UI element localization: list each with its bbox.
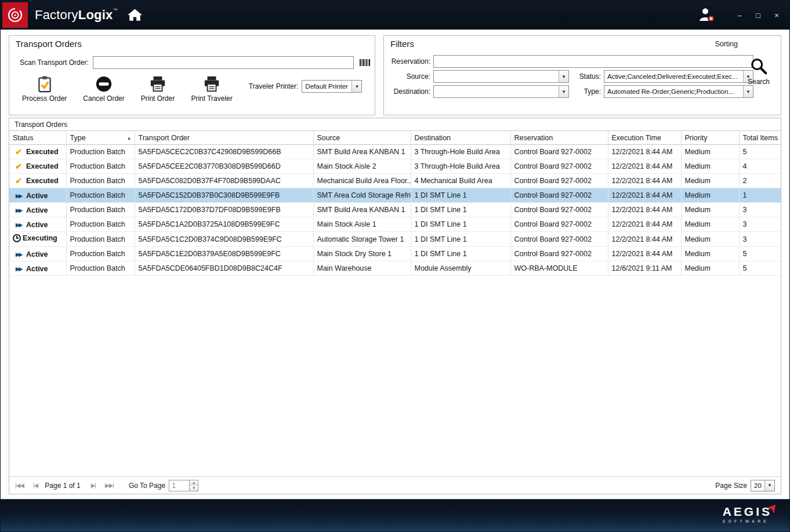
table-row[interactable]: ExecutingProduction Batch5A5FDA5C1C2D0B3… — [9, 232, 781, 247]
reservation-cell: Control Board 927-0002 — [510, 203, 608, 217]
table-row[interactable]: ActiveProduction Batch5A5FDA5C1E2D0B379A… — [9, 247, 781, 261]
total-items-cell: 1 — [739, 188, 781, 203]
table-row[interactable]: ExecutedProduction Batch5A5FDA5C082D0B37… — [9, 174, 781, 188]
type-cell: Production Batch — [66, 188, 135, 203]
executing-status-icon — [13, 234, 21, 242]
traveler-printer-label: Traveler Printer: — [249, 82, 299, 90]
reservation-cell: Control Board 927-0002 — [510, 247, 608, 261]
total-items-cell: 3 — [739, 232, 781, 247]
priority-cell: Medium — [681, 159, 739, 174]
active-status-icon — [13, 207, 24, 213]
status-cell: Active — [9, 217, 66, 232]
maximize-button[interactable]: □ — [750, 8, 766, 22]
logout-user-button[interactable] — [698, 8, 715, 23]
transport-order-cell: 5A5FDA5C1E2D0B379A5E08D9B599E9FC — [135, 247, 313, 261]
table-row[interactable]: ExecutedProduction Batch5A5FDA5CEC2C0B37… — [9, 145, 781, 159]
next-page-button[interactable]: ▶| — [91, 482, 96, 489]
total-items-cell: 3 — [739, 217, 781, 232]
priority-cell: Medium — [681, 217, 739, 232]
total-items-cell: 5 — [739, 247, 781, 261]
type-select[interactable]: Automated Re-Order;Generic;Production...… — [604, 85, 753, 98]
minimize-button[interactable]: – — [731, 8, 748, 22]
cancel-order-button[interactable]: Cancel Order — [83, 75, 124, 103]
page-size-value: 20 — [751, 482, 764, 489]
source-cell: Automatic Storage Tower 1 — [313, 232, 411, 247]
sort-ascending-icon: ▲ — [127, 136, 132, 141]
title-bar: FactoryLogix™ – □ × — [1, 1, 789, 30]
column-header-destination[interactable]: Destination — [411, 131, 510, 145]
total-items-cell: 5 — [739, 261, 781, 276]
app-title: FactoryLogix™ — [35, 8, 118, 23]
factorylogix-logo — [2, 2, 28, 28]
close-button[interactable]: × — [769, 8, 785, 22]
execution-time-cell: 12/2/2021 8:44 AM — [608, 188, 681, 203]
go-to-page-input[interactable] — [169, 480, 190, 491]
status-select[interactable]: Active;Canceled;Delivered;Executed;Exec.… — [604, 70, 753, 83]
column-header-reservation[interactable]: Reservation — [510, 131, 608, 145]
go-to-page-stepper[interactable]: ▲▼ — [169, 480, 198, 491]
source-label: Source: — [389, 72, 430, 81]
reservation-cell: Control Board 927-0002 — [510, 159, 608, 174]
table-header-row: StatusType▲Transport OrderSourceDestinat… — [9, 131, 781, 145]
last-page-button[interactable]: ▶▶| — [105, 482, 114, 489]
column-header-priority[interactable]: Priority — [681, 131, 739, 145]
transport-order-cell: 5A5FDA5CEE2C0B3770B308D9B599D66D — [135, 159, 313, 174]
print-order-button[interactable]: Print Order — [141, 75, 175, 103]
page-size-label: Page Size — [715, 482, 747, 490]
table-row[interactable]: ActiveProduction Batch5A5FDA5C152D0B37B0… — [9, 188, 781, 203]
scan-transport-order-input[interactable] — [93, 56, 354, 69]
destination-cell: 4 Mechanical Build Area — [411, 174, 510, 188]
traveler-printer-select[interactable]: Default Printer ▼ — [302, 80, 362, 93]
column-header-status[interactable]: Status — [9, 131, 66, 145]
page-size-group: Page Size 20 ▼ — [715, 480, 775, 491]
table-row[interactable]: ActiveProduction Batch5A5FDA5C1A2D0B3725… — [9, 217, 781, 232]
spin-up-icon[interactable]: ▲ — [190, 480, 198, 486]
table-row[interactable]: ActiveProduction Batch5A5FDA5C172D0B37D7… — [9, 203, 781, 217]
home-button[interactable] — [127, 8, 143, 22]
search-label: Search — [748, 78, 770, 86]
chevron-down-icon: ▼ — [559, 86, 568, 97]
type-value: Automated Re-Order;Generic;Production... — [604, 88, 743, 95]
table-row[interactable]: ExecutedProduction Batch5A5FDA5CEE2C0B37… — [9, 159, 781, 174]
type-cell: Production Batch — [66, 159, 135, 174]
table-row[interactable]: ActiveProduction Batch5A5FDA5CDE06405FBD… — [9, 261, 781, 276]
executed-status-icon — [13, 176, 24, 185]
column-header-execution-time[interactable]: Execution Time — [608, 131, 681, 145]
transport-order-cell: 5A5FDA5C1C2D0B374C9D08D9B599E9FC — [135, 232, 313, 247]
status-cell: Active — [9, 261, 66, 276]
execution-time-cell: 12/6/2021 9:11 AM — [608, 261, 681, 276]
reservation-cell: Control Board 927-0002 — [510, 174, 608, 188]
transport-order-cell: 5A5FDA5CEC2C0B37C42908D9B599D66B — [135, 145, 313, 159]
page-size-select[interactable]: 20 ▼ — [751, 480, 775, 491]
executed-status-icon — [13, 147, 24, 156]
destination-select[interactable]: ▼ — [433, 85, 569, 98]
sorting-label[interactable]: Sorting — [715, 40, 738, 48]
source-select[interactable]: ▼ — [433, 70, 569, 83]
scan-row: Scan Transport Order: — [20, 56, 375, 69]
column-header-transport-order[interactable]: Transport Order — [135, 131, 313, 145]
barcode-icon — [360, 59, 370, 66]
filters-grid: Reservation: Source: ▼ Status: Active;Ca… — [389, 55, 781, 98]
status-cell: Executed — [9, 145, 66, 159]
transport-orders-tbody: ExecutedProduction Batch5A5FDA5CEC2C0B37… — [9, 145, 781, 276]
process-order-button[interactable]: Process Order — [22, 75, 67, 103]
aegis-logo: AEGIS SOFTWARE — [723, 505, 778, 523]
process-order-icon — [37, 75, 53, 93]
previous-page-button[interactable]: |◀ — [33, 482, 38, 489]
spinner-buttons[interactable]: ▲▼ — [190, 480, 198, 491]
reservation-cell: Control Board 927-0002 — [510, 188, 608, 203]
total-items-cell: 3 — [739, 203, 781, 217]
reservation-input[interactable] — [433, 55, 753, 68]
first-page-button[interactable]: |◀◀ — [15, 482, 24, 489]
chevron-down-icon: ▼ — [764, 480, 774, 491]
search-button[interactable]: Search — [742, 57, 775, 86]
total-items-cell: 4 — [739, 159, 781, 174]
column-header-source[interactable]: Source — [313, 131, 411, 145]
column-header-type[interactable]: Type▲ — [66, 131, 135, 145]
print-traveler-button[interactable]: Print Traveler — [191, 75, 232, 103]
table-scroll-area[interactable]: StatusType▲Transport OrderSourceDestinat… — [9, 130, 781, 476]
app-window: FactoryLogix™ – □ × — [0, 0, 790, 532]
spin-down-icon[interactable]: ▼ — [190, 485, 198, 491]
column-header-total-items[interactable]: Total Items — [739, 131, 781, 145]
chevron-down-icon: ▼ — [351, 81, 361, 92]
